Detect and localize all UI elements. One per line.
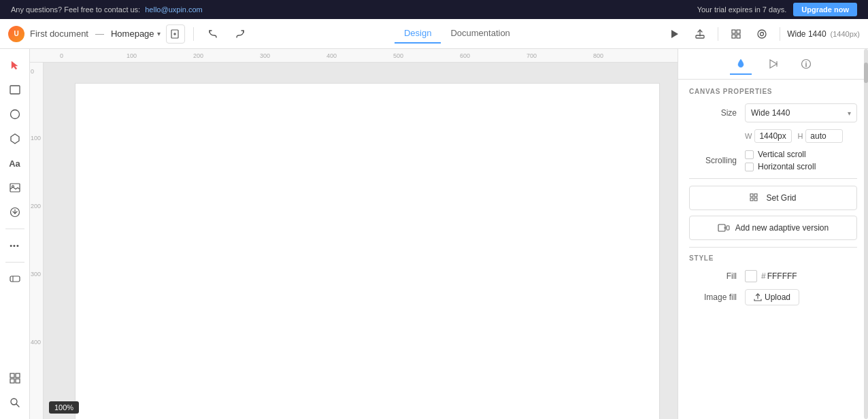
height-field: H auto — [797, 129, 843, 143]
tool-bottom-1[interactable] — [4, 367, 26, 389]
notice-text: Any questions? Feel free to contact us: … — [11, 5, 203, 14]
fill-row: Fill # FFFFFF — [689, 270, 857, 282]
style-title: STYLE — [689, 254, 857, 262]
design-tab-icon — [735, 58, 746, 69]
svg-rect-8 — [737, 35, 740, 38]
tool-text[interactable]: Aa — [4, 152, 26, 174]
add-page-icon — [171, 29, 180, 39]
svg-point-12 — [10, 110, 19, 119]
canvas-properties-section: CANVAS PROPERTIES Size Wide 1440 ▾ W 144… — [678, 80, 868, 320]
ruler-horizontal: 0 100 200 300 400 500 600 700 800 — [30, 49, 678, 63]
logo-area: U — [8, 26, 24, 42]
info-tab-icon — [801, 58, 812, 69]
svg-rect-32 — [750, 198, 753, 201]
svg-line-24 — [16, 404, 19, 407]
toolbar-divider-2 — [718, 27, 718, 41]
upload-icon — [754, 293, 762, 301]
svg-rect-30 — [750, 194, 753, 197]
undo-icon — [207, 29, 218, 39]
fill-color-swatch[interactable] — [745, 270, 757, 282]
right-tab-interactions[interactable] — [763, 53, 784, 75]
ellipse-tool-icon — [10, 109, 20, 120]
toolbar-actions: Wide 1440 (1440px) — [663, 23, 860, 45]
canvas-page-area[interactable] — [75, 83, 660, 419]
component-tool-icon — [10, 133, 20, 144]
layers-button[interactable] — [725, 23, 747, 45]
import-tool-icon — [10, 207, 20, 218]
interactions-tab-icon — [768, 58, 779, 69]
fill-color-value[interactable]: FFFFFF — [767, 271, 797, 281]
main-tab-nav: Design Documentation — [395, 24, 520, 44]
page-name-selector[interactable]: Homepage ▾ — [111, 29, 161, 39]
tool-component[interactable] — [4, 128, 26, 150]
image-fill-label: Image fill — [689, 292, 737, 302]
size-label: Size — [689, 108, 737, 118]
horizontal-scroll-checkbox[interactable] — [745, 163, 754, 171]
svg-rect-35 — [727, 226, 729, 230]
grid-tool-icon — [10, 373, 20, 384]
dimensions-row: W 1440px H auto — [745, 129, 857, 143]
tool-bottom-2[interactable] — [4, 392, 26, 414]
preview-button[interactable] — [663, 23, 685, 45]
right-panel-tabs — [678, 49, 868, 80]
cursor-icon — [10, 60, 20, 71]
canvas-main: 0 100 200 300 400 100% — [30, 63, 678, 419]
trial-text: Your trial expires in 7 days. — [697, 5, 787, 14]
main-toolbar: U First document — Homepage ▾ Design Doc… — [0, 19, 868, 49]
right-tab-info[interactable] — [795, 53, 817, 75]
canvas-size-label-text: Wide 1440 — [787, 29, 826, 39]
svg-rect-7 — [732, 35, 735, 38]
image-tool-icon — [10, 183, 20, 192]
tab-design[interactable]: Design — [395, 24, 441, 44]
contact-email-link[interactable]: hello@uxpin.com — [145, 5, 203, 14]
tool-interactions[interactable] — [4, 268, 26, 290]
set-grid-label: Set Grid — [766, 193, 796, 203]
tool-more[interactable]: ••• — [4, 235, 26, 256]
tool-ellipse[interactable] — [4, 103, 26, 125]
tab-documentation[interactable]: Documentation — [441, 24, 519, 44]
right-tab-design[interactable] — [730, 53, 752, 75]
undo-button[interactable] — [202, 23, 224, 45]
tool-rectangle[interactable] — [4, 79, 26, 101]
height-value[interactable]: auto — [805, 129, 843, 143]
rectangle-tool-icon — [10, 85, 20, 95]
fill-label: Fill — [689, 271, 737, 281]
svg-point-9 — [758, 30, 766, 38]
left-sidebar: Aa ••• — [0, 49, 30, 419]
add-adaptive-icon — [718, 223, 730, 233]
tool-import[interactable] — [4, 201, 26, 223]
upload-button[interactable]: Upload — [745, 289, 799, 305]
share-button[interactable] — [689, 23, 711, 45]
upload-label: Upload — [765, 292, 790, 302]
tool-image[interactable] — [4, 177, 26, 199]
set-grid-button[interactable]: Set Grid — [689, 186, 857, 210]
tool-select[interactable] — [4, 54, 26, 76]
search-tool-icon — [10, 397, 20, 408]
canvas-area-wrapper: 0 100 200 300 400 500 600 700 800 0 100 … — [30, 49, 678, 419]
top-notification-bar: Any questions? Feel free to contact us: … — [0, 0, 868, 19]
redo-button[interactable] — [229, 23, 251, 45]
image-fill-row: Image fill Upload — [689, 289, 857, 305]
add-page-button[interactable] — [166, 24, 185, 44]
main-layout: Aa ••• — [0, 49, 868, 419]
ruler-vertical: 0 100 200 300 400 — [30, 63, 44, 419]
trial-area: Your trial expires in 7 days. Upgrade no… — [697, 3, 857, 16]
fill-control: # FFFFFF — [745, 270, 797, 282]
scroll-thumb[interactable] — [864, 63, 868, 83]
comments-button[interactable] — [751, 23, 773, 45]
logo-icon[interactable]: U — [8, 26, 24, 42]
svg-rect-19 — [10, 373, 14, 378]
upgrade-button[interactable]: Upgrade now — [793, 3, 857, 16]
width-value[interactable]: 1440px — [754, 129, 792, 143]
svg-rect-6 — [737, 30, 740, 33]
fill-hash: # — [761, 271, 766, 281]
document-name[interactable]: First document — [30, 29, 88, 39]
canvas-size-px-text: (1440px) — [831, 30, 860, 38]
design-canvas[interactable]: 100% — [44, 63, 678, 419]
width-label: W — [745, 132, 752, 140]
size-dropdown[interactable]: Wide 1440 ▾ — [745, 103, 857, 122]
vertical-scroll-checkbox[interactable] — [745, 150, 754, 159]
add-adaptive-button[interactable]: Add new adaptive version — [689, 216, 857, 240]
set-grid-icon — [750, 193, 761, 203]
scrolling-label: Scrolling — [689, 156, 737, 165]
